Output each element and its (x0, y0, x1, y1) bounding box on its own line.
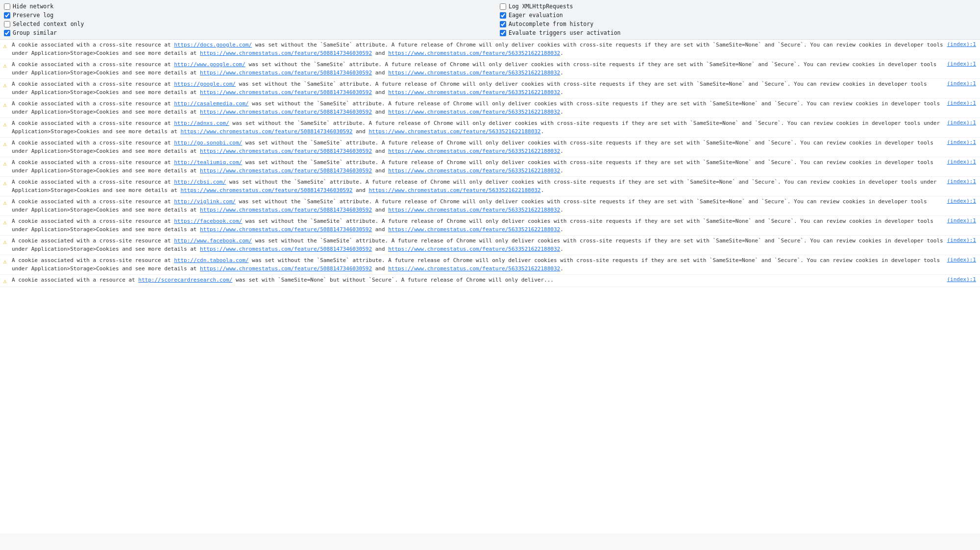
log-link[interactable]: http://cbsi.com/ (174, 179, 226, 185)
log-message: A cookie associated with a cross-site re… (10, 119, 947, 136)
log-source[interactable]: (index):1 (947, 197, 978, 206)
log-message: A cookie associated with a cross-site re… (10, 197, 947, 215)
log-link[interactable]: https://www.chromestatus.com/feature/563… (388, 246, 560, 252)
log-entry: ⚠A cookie associated with a cross-site r… (0, 236, 980, 255)
log-link[interactable]: http://scorecardresearch.com/ (138, 277, 232, 283)
log-link[interactable]: https://www.chromestatus.com/feature/563… (388, 148, 560, 154)
selected-context-checkbox[interactable] (4, 21, 10, 27)
log-link[interactable]: https://www.chromestatus.com/feature/563… (388, 207, 560, 213)
toolbar-row-3: Selected context only (4, 20, 480, 28)
log-link[interactable]: https://google.com/ (174, 81, 236, 87)
toolbar-right-row-2: Eager evaluation (500, 11, 976, 20)
log-source[interactable]: (index):1 (947, 178, 978, 186)
log-entry: ⚠A cookie associated with a cross-site r… (0, 157, 980, 177)
log-source[interactable]: (index):1 (947, 158, 978, 167)
toolbar-right-row-3: Autocomplete from history (500, 20, 976, 28)
log-link[interactable]: http://cdn.taboola.com/ (174, 257, 248, 263)
log-message: A cookie associated with a cross-site re… (10, 256, 947, 273)
log-link[interactable]: http://go.sonobi.com/ (174, 140, 242, 146)
log-link[interactable]: https://www.chromestatus.com/feature/508… (180, 187, 352, 193)
log-link[interactable]: https://www.chromestatus.com/feature/508… (200, 109, 372, 115)
log-link[interactable]: https://www.chromestatus.com/feature/563… (388, 226, 560, 233)
hide-network-checkbox[interactable] (4, 3, 10, 10)
log-link[interactable]: http://adnxs.com/ (174, 120, 229, 126)
log-link[interactable]: https://www.chromestatus.com/feature/508… (200, 50, 372, 56)
log-link[interactable]: https://docs.google.com/ (174, 42, 252, 48)
log-source[interactable]: (index):1 (947, 119, 978, 127)
eager-evaluation-checkbox[interactable] (500, 12, 506, 19)
log-message: A cookie associated with a cross-site re… (10, 60, 947, 77)
toolbar-left: Hide network Preserve log Selected conte… (4, 2, 480, 37)
warning-icon: ⚠ (0, 139, 10, 148)
log-source[interactable]: (index):1 (947, 80, 978, 88)
log-source[interactable]: (index):1 (947, 276, 978, 284)
log-link[interactable]: http://www.google.com/ (174, 61, 245, 68)
log-message: A cookie associated with a cross-site re… (10, 41, 947, 58)
selected-context-label[interactable]: Selected context only (4, 21, 84, 27)
log-link[interactable]: https://www.chromestatus.com/feature/508… (200, 148, 372, 154)
log-link[interactable]: http://www.facebook.com/ (174, 238, 252, 244)
eager-evaluation-label[interactable]: Eager evaluation (500, 12, 563, 19)
log-message: A cookie associated with a cross-site re… (10, 237, 947, 254)
log-link[interactable]: https://www.chromestatus.com/feature/563… (369, 187, 541, 193)
toolbar-row-2: Preserve log (4, 11, 480, 20)
group-similar-text: Group similar (13, 29, 57, 36)
log-link[interactable]: http://viglink.com/ (174, 198, 236, 205)
evaluate-triggers-checkbox[interactable] (500, 30, 506, 36)
log-entry: ⚠A cookie associated with a cross-site r… (0, 40, 980, 59)
autocomplete-history-checkbox[interactable] (500, 21, 506, 27)
log-link[interactable]: http://tealiumiq.com/ (174, 159, 242, 166)
log-entry: ⚠A cookie associated with a cross-site r… (0, 118, 980, 138)
warning-icon: ⚠ (0, 276, 10, 286)
log-link[interactable]: https://www.chromestatus.com/feature/508… (200, 89, 372, 96)
log-source[interactable]: (index):1 (947, 256, 978, 264)
warning-icon: ⚠ (0, 119, 10, 129)
log-source[interactable]: (index):1 (947, 217, 978, 225)
log-link[interactable]: https://www.chromestatus.com/feature/508… (200, 167, 372, 174)
log-link[interactable]: https://facebook.com/ (174, 218, 242, 224)
log-link[interactable]: https://www.chromestatus.com/feature/563… (388, 109, 560, 115)
warning-icon: ⚠ (0, 237, 10, 246)
selected-context-text: Selected context only (13, 21, 84, 27)
group-similar-checkbox[interactable] (4, 30, 10, 36)
log-link[interactable]: https://www.chromestatus.com/feature/563… (388, 265, 560, 272)
log-link[interactable]: https://www.chromestatus.com/feature/563… (388, 70, 560, 76)
preserve-log-text: Preserve log (13, 12, 53, 19)
log-link[interactable]: https://www.chromestatus.com/feature/563… (388, 89, 560, 96)
log-link[interactable]: http://casalemedia.com/ (174, 100, 248, 107)
log-link[interactable]: https://www.chromestatus.com/feature/508… (200, 265, 372, 272)
preserve-log-label[interactable]: Preserve log (4, 12, 53, 19)
log-entry: ⚠A cookie associated with a cross-site r… (0, 255, 980, 275)
log-source[interactable]: (index):1 (947, 139, 978, 147)
log-link[interactable]: https://www.chromestatus.com/feature/563… (369, 128, 541, 135)
warning-icon: ⚠ (0, 41, 10, 50)
autocomplete-history-text: Autocomplete from history (509, 21, 593, 27)
log-source[interactable]: (index):1 (947, 237, 978, 245)
group-similar-label[interactable]: Group similar (4, 29, 57, 36)
log-link[interactable]: https://www.chromestatus.com/feature/508… (200, 207, 372, 213)
warning-icon: ⚠ (0, 178, 10, 188)
log-message: A cookie associated with a cross-site re… (10, 217, 947, 234)
warning-icon: ⚠ (0, 60, 10, 70)
log-link[interactable]: https://www.chromestatus.com/feature/563… (388, 50, 560, 56)
log-xmlhttprequests-checkbox[interactable] (500, 3, 506, 10)
evaluate-triggers-label[interactable]: Evaluate triggers user activation (500, 29, 620, 36)
log-message: A cookie associated with a cross-site re… (10, 178, 947, 195)
autocomplete-history-label[interactable]: Autocomplete from history (500, 21, 593, 27)
warning-icon: ⚠ (0, 197, 10, 207)
log-entry: ⚠A cookie associated with a cross-site r… (0, 177, 980, 196)
log-source[interactable]: (index):1 (947, 41, 978, 49)
log-link[interactable]: https://www.chromestatus.com/feature/508… (200, 226, 372, 233)
log-link[interactable]: https://www.chromestatus.com/feature/508… (200, 246, 372, 252)
log-message: A cookie associated with a cross-site re… (10, 158, 947, 175)
preserve-log-checkbox[interactable] (4, 12, 10, 19)
log-source[interactable]: (index):1 (947, 99, 978, 108)
log-link[interactable]: https://www.chromestatus.com/feature/508… (180, 128, 352, 135)
hide-network-label[interactable]: Hide network (4, 3, 53, 10)
log-link[interactable]: https://www.chromestatus.com/feature/563… (388, 167, 560, 174)
log-link[interactable]: https://www.chromestatus.com/feature/508… (200, 70, 372, 76)
console-log-area: ⚠A cookie associated with a cross-site r… (0, 40, 980, 533)
log-xmlhttprequests-label[interactable]: Log XMLHttpRequests (500, 3, 573, 10)
log-source[interactable]: (index):1 (947, 60, 978, 69)
console-toolbar: Hide network Preserve log Selected conte… (0, 0, 980, 40)
